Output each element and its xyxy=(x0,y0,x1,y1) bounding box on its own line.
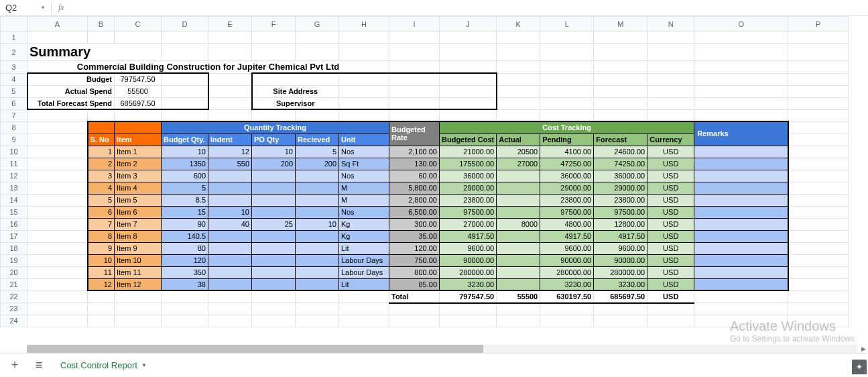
row-header[interactable]: 7 xyxy=(1,109,27,121)
cell[interactable]: USD xyxy=(647,146,694,158)
row-header[interactable]: 9 xyxy=(1,133,27,146)
cell[interactable]: 10 xyxy=(252,146,296,158)
cell[interactable]: 27000 xyxy=(497,158,540,170)
cell[interactable]: Budget Qty. xyxy=(162,133,208,146)
cell[interactable]: 90000.00 xyxy=(594,254,647,266)
col-header[interactable]: L xyxy=(540,17,594,32)
col-header[interactable]: A xyxy=(27,17,88,32)
cell[interactable] xyxy=(339,85,389,97)
cell[interactable] xyxy=(647,85,694,97)
cell[interactable] xyxy=(88,32,115,44)
cell[interactable] xyxy=(788,133,849,146)
cell[interactable] xyxy=(252,109,296,121)
cell[interactable]: Item 4 xyxy=(115,182,162,194)
cell[interactable]: 120.00 xyxy=(389,242,440,254)
cell[interactable] xyxy=(440,44,497,61)
cell[interactable] xyxy=(162,73,208,85)
cell[interactable] xyxy=(296,303,339,315)
cell[interactable] xyxy=(540,97,594,109)
cell[interactable] xyxy=(208,85,252,97)
cell[interactable] xyxy=(252,290,296,303)
cell[interactable] xyxy=(788,218,849,230)
cell[interactable] xyxy=(540,61,594,74)
row-header[interactable]: 15 xyxy=(1,206,27,218)
cell[interactable] xyxy=(389,32,440,44)
cell[interactable]: Nos xyxy=(339,146,389,158)
scrollbar-thumb[interactable] xyxy=(27,345,483,353)
cell[interactable] xyxy=(252,230,296,242)
cell[interactable] xyxy=(389,315,440,327)
cell[interactable] xyxy=(88,109,115,121)
cell[interactable]: Budgeted Cost xyxy=(440,133,497,146)
cell[interactable] xyxy=(208,32,252,44)
cell[interactable] xyxy=(694,278,788,290)
cell[interactable]: 97500.00 xyxy=(440,206,497,218)
cell[interactable]: Item 8 xyxy=(115,230,162,242)
formula-input[interactable] xyxy=(70,2,865,13)
cell[interactable] xyxy=(208,194,252,206)
cell[interactable] xyxy=(115,32,162,44)
cell[interactable] xyxy=(497,266,540,278)
cell[interactable]: Total Forecast Spend xyxy=(27,97,115,109)
cell[interactable]: 4800.00 xyxy=(540,218,594,230)
cell[interactable] xyxy=(27,182,88,194)
cell[interactable]: 36000.00 xyxy=(594,170,647,182)
cell[interactable] xyxy=(788,121,849,133)
cell[interactable]: Commercial Building Construction for Jup… xyxy=(27,61,389,74)
cell[interactable]: Unit xyxy=(339,133,389,146)
cell[interactable]: 200 xyxy=(296,158,339,170)
row-header[interactable]: 24 xyxy=(1,315,27,327)
cell[interactable] xyxy=(788,61,849,74)
cell[interactable]: 35.00 xyxy=(389,230,440,242)
cell[interactable] xyxy=(162,290,208,303)
cell[interactable] xyxy=(497,73,540,85)
cell[interactable]: 280000.00 xyxy=(594,266,647,278)
col-header[interactable]: G xyxy=(296,17,339,32)
cell[interactable] xyxy=(694,303,788,315)
cell[interactable] xyxy=(540,85,594,97)
cell[interactable] xyxy=(788,85,849,97)
cell[interactable] xyxy=(88,303,115,315)
cell[interactable]: 550 xyxy=(208,158,252,170)
cell[interactable]: 10 xyxy=(208,206,252,218)
cell[interactable]: Item 3 xyxy=(115,170,162,182)
cell[interactable] xyxy=(497,315,540,327)
cell[interactable]: 1 xyxy=(88,146,115,158)
cell[interactable] xyxy=(27,242,88,254)
row-header[interactable]: 8 xyxy=(1,121,27,133)
cell[interactable] xyxy=(389,97,440,109)
cell[interactable] xyxy=(296,242,339,254)
cell[interactable] xyxy=(339,44,389,61)
cell[interactable]: Kg xyxy=(339,230,389,242)
cell[interactable]: Total xyxy=(389,290,440,303)
cell[interactable] xyxy=(497,32,540,44)
cell[interactable]: 2 xyxy=(88,158,115,170)
cell[interactable] xyxy=(647,44,694,61)
cell[interactable] xyxy=(788,32,849,44)
cell[interactable] xyxy=(497,303,540,315)
row-header[interactable]: 17 xyxy=(1,230,27,242)
cell[interactable]: 97500.00 xyxy=(540,206,594,218)
cell[interactable]: Pending xyxy=(540,133,594,146)
row-header[interactable]: 20 xyxy=(1,266,27,278)
cell[interactable]: 25 xyxy=(252,218,296,230)
cell[interactable]: M xyxy=(339,194,389,206)
cell[interactable] xyxy=(252,194,296,206)
cell[interactable]: 797547.50 xyxy=(115,73,162,85)
cell[interactable] xyxy=(594,303,647,315)
cell[interactable] xyxy=(788,97,849,109)
cell[interactable] xyxy=(497,109,540,121)
cell[interactable] xyxy=(252,32,296,44)
cell[interactable] xyxy=(296,170,339,182)
scroll-right-icon[interactable]: ▶ xyxy=(859,345,868,353)
cell[interactable]: 74250.00 xyxy=(594,158,647,170)
cell[interactable] xyxy=(208,230,252,242)
cell[interactable] xyxy=(389,44,440,61)
cell[interactable] xyxy=(594,73,647,85)
row-header[interactable]: 6 xyxy=(1,97,27,109)
cell[interactable] xyxy=(694,254,788,266)
cell[interactable] xyxy=(694,242,788,254)
cell-reference[interactable]: Q2 xyxy=(3,3,36,13)
cell[interactable]: Cost Tracking xyxy=(440,121,694,133)
cell[interactable] xyxy=(788,170,849,182)
